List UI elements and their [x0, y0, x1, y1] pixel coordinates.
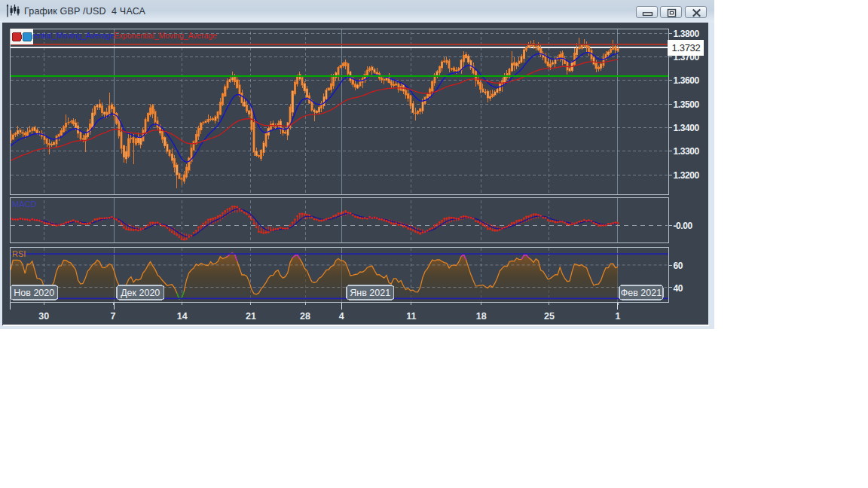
svg-text:40: 40	[674, 283, 683, 294]
svg-text:1.3500: 1.3500	[674, 99, 700, 110]
svg-text:Нов 2020: Нов 2020	[14, 288, 54, 298]
svg-text:1.3400: 1.3400	[674, 123, 700, 133]
svg-text:30: 30	[38, 311, 49, 322]
svg-text:1.3200: 1.3200	[674, 170, 700, 181]
svg-text:Фев 2021: Фев 2021	[621, 288, 662, 298]
svg-text:Exponential_Moving_Average: Exponential_Moving_Average	[114, 32, 217, 40]
svg-text:25: 25	[544, 311, 555, 322]
svg-text:14: 14	[177, 311, 188, 322]
svg-text:-0.00: -0.00	[674, 221, 693, 231]
svg-text:1.3732: 1.3732	[672, 42, 701, 53]
svg-text:7: 7	[111, 311, 116, 322]
svg-text:18: 18	[476, 311, 487, 322]
svg-text:MACD: MACD	[12, 200, 36, 209]
svg-text:60: 60	[674, 261, 683, 271]
svg-text:1.3600: 1.3600	[674, 75, 700, 86]
svg-text:28: 28	[300, 311, 310, 322]
svg-text:1.3800: 1.3800	[674, 29, 700, 39]
svg-text:21: 21	[246, 311, 256, 322]
svg-text:Дек 2020: Дек 2020	[121, 288, 160, 298]
svg-text:1.3300: 1.3300	[674, 146, 700, 157]
svg-text:1: 1	[616, 311, 621, 322]
svg-text:RSI: RSI	[12, 249, 26, 258]
svg-text:Янв 2021: Янв 2021	[350, 288, 390, 298]
svg-text:ential_Moving_Average: ential_Moving_Average	[34, 32, 115, 40]
svg-text:11: 11	[406, 311, 416, 322]
svg-text:4: 4	[339, 311, 344, 322]
